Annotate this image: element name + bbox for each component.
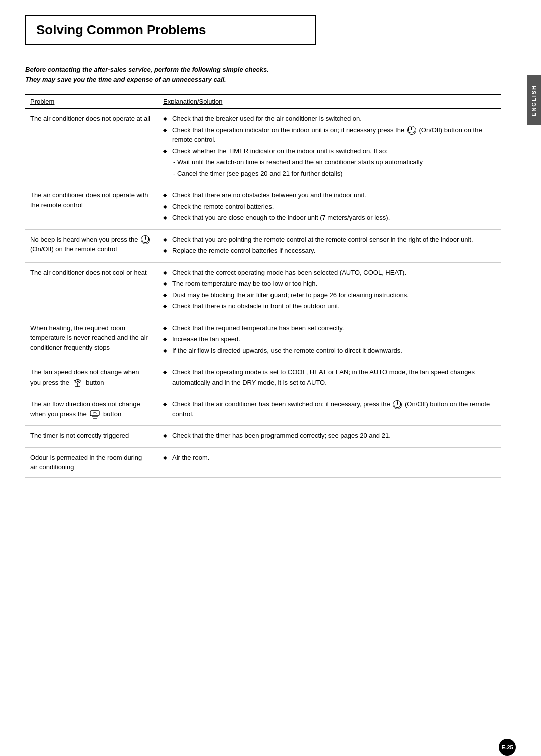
problem-cell: When heating, the required room temperat… [25,318,158,362]
page-number-badge: E-25 [499,739,516,756]
problems-table: Problem Explanation/Solution The air con… [25,94,501,478]
solution-item: Check the remote control batteries. [163,202,496,212]
problem-text: No beep is heard when you press the (On/… [30,236,151,253]
solution-cell: Check that you are pointing the remote c… [158,229,501,262]
intro-line1: Before contacting the after-sales servic… [25,65,501,75]
solution-item: The room temperature may be too low or t… [163,279,496,289]
problem-text: The air conditioner does not operate at … [30,115,150,122]
solution-list: Check that the breaker used for the air … [163,114,496,178]
problem-cell: The air conditioner does not cool or hea… [25,262,158,318]
problem-text: The air flow direction does not change w… [30,400,140,418]
problem-text: Odour is permeated in the room during ai… [30,454,142,471]
page-title: Solving Common Problems [36,22,206,37]
solution-item: Check that there is no obstacle in front… [163,301,496,311]
solution-cell: Check that the required temperature has … [158,318,501,362]
svg-rect-4 [90,411,99,416]
solution-item: Check that the operation indicator on th… [163,125,496,145]
page-container: ENGLISH Solving Common Problems Before c… [0,15,541,756]
problem-cell: Odour is permeated in the room during ai… [25,447,158,477]
airflow-icon [89,409,100,419]
solution-list: Check that the operating mode is set to … [163,367,496,387]
side-tab: ENGLISH [527,75,541,125]
solution-cell: Check that the operating mode is set to … [158,362,501,394]
solution-cell: Check that there are no obstacles betwee… [158,185,501,230]
table-row: When heating, the required room temperat… [25,318,501,362]
solution-item: Dust may be blocking the air filter guar… [163,290,496,300]
solution-cell: Check that the correct operating mode ha… [158,262,501,318]
solution-list: Check that the required temperature has … [163,323,496,356]
intro-line2: They may save you the time and expense o… [25,75,501,85]
page-number-text: E-25 [501,744,513,750]
solution-item: Check whether the TIMER indicator on the… [163,146,496,156]
solution-list: Check that there are no obstacles betwee… [163,190,496,223]
table-row: The timer is not correctly triggered Che… [25,426,501,448]
col-solution-header: Explanation/Solution [158,95,501,109]
solution-sub-item: - Wait until the switch-on time is reach… [163,157,496,167]
solution-item: If the air flow is directed upwards, use… [163,346,496,356]
fan-icon [72,377,83,388]
power-icon [407,126,416,135]
problem-cell: The air conditioner does not operate wit… [25,185,158,230]
problem-cell: The fan speed does not change when you p… [25,362,158,394]
solution-item: Check that there are no obstacles betwee… [163,190,496,200]
solution-item: Check that the timer has been programmed… [163,431,496,441]
table-row: The air conditioner does not cool or hea… [25,262,501,318]
intro-text: Before contacting the after-sales servic… [25,65,501,84]
solution-item: Increase the fan speed. [163,334,496,344]
problem-text: The air conditioner does not cool or hea… [30,269,147,276]
problem-text: The air conditioner does not operate wit… [30,191,148,209]
solution-item: Check that the breaker used for the air … [163,114,496,124]
problem-cell: The air flow direction does not change w… [25,394,158,426]
power-icon [141,235,150,244]
side-tab-label: ENGLISH [531,85,537,116]
solution-item: Check that the operating mode is set to … [163,367,496,387]
solution-list: Check that you are pointing the remote c… [163,235,496,256]
table-row: The fan speed does not change when you p… [25,362,501,394]
problem-cell: No beep is heard when you press the (On/… [25,229,158,262]
svg-point-1 [77,381,79,382]
main-content: Solving Common Problems Before contactin… [25,15,516,478]
solution-cell: Check that the air conditioner has been … [158,394,501,426]
solution-cell: Check that the timer has been programmed… [158,426,501,448]
table-row: Odour is permeated in the room during ai… [25,447,501,477]
table-row: No beep is heard when you press the (On/… [25,229,501,262]
solution-item: Replace the remote control batteries if … [163,246,496,256]
solution-item: Check that the correct operating mode ha… [163,268,496,278]
problem-cell: The timer is not correctly triggered [25,426,158,448]
solution-sub-item: - Cancel the timer (see pages 20 and 21 … [163,169,496,179]
solution-list: Check that the timer has been programmed… [163,431,496,441]
table-header-row: Problem Explanation/Solution [25,95,501,109]
col-problem-header: Problem [25,95,158,109]
solution-item: Check that the air conditioner has been … [163,399,496,419]
solution-item: Check that you are close enough to the i… [163,213,496,223]
problem-cell: The air conditioner does not operate at … [25,109,158,185]
solution-item: Air the room. [163,453,496,463]
title-box: Solving Common Problems [25,15,316,45]
solution-item: Check that the required temperature has … [163,323,496,333]
table-row: The air flow direction does not change w… [25,394,501,426]
problem-text: When heating, the required room temperat… [30,324,148,351]
solution-list: Air the room. [163,453,496,463]
solution-list: Check that the correct operating mode ha… [163,268,496,311]
solution-list: Check that the air conditioner has been … [163,399,496,419]
table-row: The air conditioner does not operate at … [25,109,501,185]
solution-cell: Air the room. [158,447,501,477]
table-row: The air conditioner does not operate wit… [25,185,501,230]
solution-item: Check that you are pointing the remote c… [163,235,496,245]
problem-text: The fan speed does not change when you p… [30,368,139,386]
solution-cell: Check that the breaker used for the air … [158,109,501,185]
power-icon [393,400,402,409]
problem-text: The timer is not correctly triggered [30,432,129,439]
